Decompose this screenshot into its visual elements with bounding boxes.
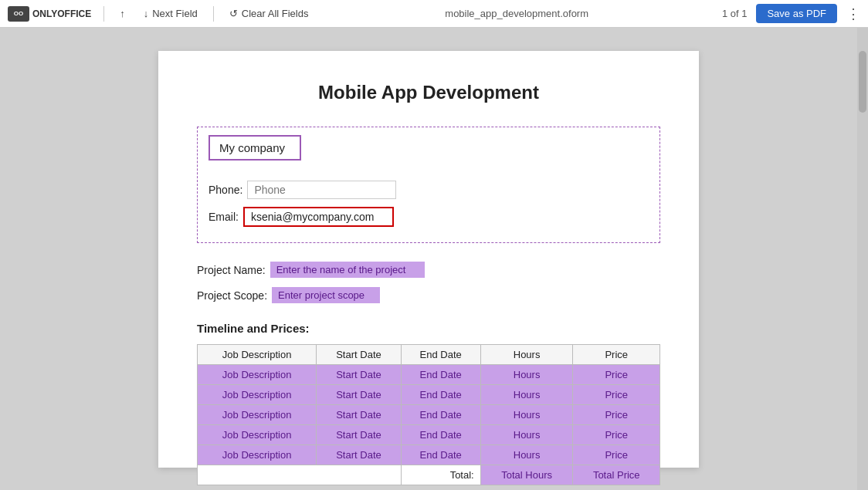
table-cell[interactable]: Price	[573, 405, 660, 425]
table-cell[interactable]: Hours	[480, 385, 573, 405]
document-page: Mobile App Development My company Phone:…	[158, 51, 699, 468]
project-scope-row: Project Scope: Enter project scope	[197, 287, 660, 303]
col-header-price: Price	[573, 345, 660, 365]
table-row: Job DescriptionStart DateEnd DateHoursPr…	[198, 405, 660, 425]
col-header-end: End Date	[401, 345, 480, 365]
logo-icon: OO	[8, 6, 29, 22]
table-cell[interactable]: Hours	[480, 425, 573, 445]
total-empty-1	[198, 465, 402, 485]
filename: mobile_app_development.oform	[324, 8, 709, 19]
project-name-input[interactable]: Enter the name of the project	[270, 262, 425, 278]
contact-section: My company Phone: Email:	[197, 127, 660, 243]
table-cell[interactable]: Price	[573, 365, 660, 385]
table-cell[interactable]: Start Date	[317, 405, 401, 425]
table-cell[interactable]: Price	[573, 425, 660, 445]
timeline-table: Job Description Start Date End Date Hour…	[197, 344, 660, 485]
clear-icon: ↺	[229, 8, 238, 19]
logo: OO ONLYOFFICE	[8, 6, 91, 22]
col-header-job: Job Description	[198, 345, 317, 365]
table-cell[interactable]: Job Description	[198, 405, 317, 425]
table-cell[interactable]: Start Date	[317, 445, 401, 465]
save-pdf-button[interactable]: Save as PDF	[756, 4, 837, 23]
table-cell[interactable]: Price	[573, 445, 660, 465]
email-row: Email:	[209, 207, 649, 227]
total-hours[interactable]: Total Hours	[480, 465, 573, 485]
project-name-label: Project Name:	[197, 264, 266, 276]
table-cell[interactable]: Job Description	[198, 365, 317, 385]
table-cell[interactable]: End Date	[401, 385, 480, 405]
up-arrow-icon: ↑	[120, 8, 125, 19]
table-cell[interactable]: Job Description	[198, 425, 317, 445]
table-cell[interactable]: Price	[573, 385, 660, 405]
table-cell[interactable]: Job Description	[198, 385, 317, 405]
document-title: Mobile App Development	[197, 82, 660, 103]
scrollbar-thumb[interactable]	[859, 51, 866, 113]
clear-fields-button[interactable]: ↺ Clear All Fields	[226, 6, 312, 21]
toolbar-right: 1 of 1 Save as PDF ⋮	[722, 4, 860, 23]
divider-1	[103, 6, 104, 22]
table-cell[interactable]: Hours	[480, 445, 573, 465]
email-label: Email:	[209, 211, 239, 223]
main-area: Mobile App Development My company Phone:…	[0, 28, 868, 490]
col-header-start: Start Date	[317, 345, 401, 365]
scroll-area[interactable]: Mobile App Development My company Phone:…	[0, 28, 857, 490]
table-cell[interactable]: End Date	[401, 405, 480, 425]
logo-text: ONLYOFFICE	[32, 8, 91, 19]
table-cell[interactable]: Start Date	[317, 425, 401, 445]
table-row: Job DescriptionStart DateEnd DateHoursPr…	[198, 365, 660, 385]
table-cell[interactable]: Start Date	[317, 385, 401, 405]
project-name-row: Project Name: Enter the name of the proj…	[197, 262, 660, 278]
table-cell[interactable]: Start Date	[317, 365, 401, 385]
total-label: Total:	[401, 465, 480, 485]
table-cell[interactable]: Hours	[480, 365, 573, 385]
timeline-title: Timeline and Prices:	[197, 322, 660, 335]
table-row: Job DescriptionStart DateEnd DateHoursPr…	[198, 445, 660, 465]
project-scope-input[interactable]: Enter project scope	[272, 287, 380, 303]
project-scope-label: Project Scope:	[197, 289, 267, 302]
page-indicator: 1 of 1	[722, 8, 748, 19]
next-field-button[interactable]: ↓ Next Field	[141, 6, 201, 21]
down-arrow-icon: ↓	[144, 8, 149, 19]
phone-row: Phone:	[209, 181, 649, 199]
table-header-row: Job Description Start Date End Date Hour…	[198, 345, 660, 365]
divider-2	[213, 6, 214, 22]
table-total-row: Total:Total HoursTotal Price	[198, 465, 660, 485]
table-cell[interactable]: Job Description	[198, 445, 317, 465]
col-header-hours: Hours	[480, 345, 573, 365]
email-input[interactable]	[243, 207, 394, 227]
scrollbar[interactable]	[857, 28, 868, 490]
company-name-field[interactable]: My company	[209, 135, 301, 161]
phone-input[interactable]	[247, 181, 396, 199]
phone-label: Phone:	[209, 184, 242, 196]
more-options-button[interactable]: ⋮	[846, 5, 860, 22]
table-cell[interactable]: End Date	[401, 445, 480, 465]
table-row: Job DescriptionStart DateEnd DateHoursPr…	[198, 385, 660, 405]
prev-field-button[interactable]: ↑	[117, 6, 128, 21]
table-row: Job DescriptionStart DateEnd DateHoursPr…	[198, 425, 660, 445]
table-cell[interactable]: Hours	[480, 405, 573, 425]
project-section: Project Name: Enter the name of the proj…	[197, 262, 660, 303]
table-cell[interactable]: End Date	[401, 425, 480, 445]
toolbar: OO ONLYOFFICE ↑ ↓ Next Field ↺ Clear All…	[0, 0, 868, 28]
total-price[interactable]: Total Price	[573, 465, 660, 485]
table-cell[interactable]: End Date	[401, 365, 480, 385]
